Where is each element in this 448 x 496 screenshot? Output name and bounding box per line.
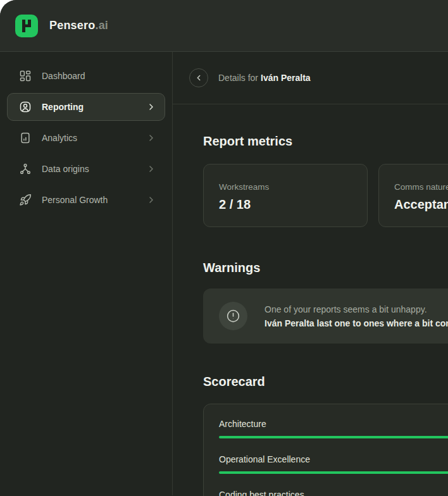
detail-title: Details forIván Peralta <box>218 73 311 83</box>
sidebar-item-reporting[interactable]: Reporting <box>7 93 165 121</box>
progress-bar-fill <box>219 471 448 474</box>
report-metrics-title: Report metrics <box>203 133 448 149</box>
metric-value: 2 / 18 <box>219 197 352 212</box>
dashboard-icon <box>19 70 32 82</box>
file-chart-icon <box>19 132 32 144</box>
chevron-right-icon <box>146 133 156 143</box>
pixel-p-logo-icon <box>15 15 38 37</box>
scorecard-row: Coding best practices <box>219 490 448 496</box>
progress-bar-fill <box>219 436 448 438</box>
rocket-icon <box>19 194 32 206</box>
sidebar-item-personal-growth[interactable]: Personal Growth <box>7 186 165 214</box>
user-icon <box>19 101 32 113</box>
metric-card-workstreams: Workstreams 2 / 18 <box>203 164 368 227</box>
app-header: Pensero.ai <box>0 0 448 52</box>
scorecard-title: Scorecard <box>203 374 448 389</box>
warning-icon-chip <box>219 302 247 330</box>
sidebar-item-label: Data origins <box>42 164 146 174</box>
progress-bar <box>219 471 448 474</box>
sidebar-item-label: Personal Growth <box>42 195 146 205</box>
sidebar-item-data-origins[interactable]: Data origins <box>7 155 165 183</box>
report-detail-panel: Report metrics Workstreams 2 / 18 Comms … <box>173 133 448 496</box>
sidebar: Dashboard Reporting <box>0 52 173 495</box>
warning-line-1: One of your reports seems a bit unhappy. <box>264 304 448 314</box>
warnings-title: Warnings <box>203 260 448 275</box>
app-window: Pensero.ai Dashboard <box>0 0 448 496</box>
main-content: Details forIván Peralta Report metrics W… <box>173 52 448 495</box>
warning-line-2: Iván Peralta last one to ones where a bi… <box>264 318 448 328</box>
scorecard-row-label: Architecture <box>219 419 448 430</box>
data-nodes-icon <box>19 163 32 175</box>
chevron-left-icon <box>194 73 203 82</box>
metric-card-comms-nature: Comms nature Acceptance <box>378 164 448 227</box>
metric-label: Comms nature <box>394 182 448 192</box>
brand-logo <box>15 15 38 37</box>
scorecard-row-label: Coding best practices <box>219 490 448 496</box>
chevron-right-icon <box>146 164 156 174</box>
scorecard-row: Operational Excellence <box>219 454 448 474</box>
sidebar-item-label: Dashboard <box>42 71 156 81</box>
metric-value: Acceptance <box>394 197 448 212</box>
progress-bar <box>219 436 448 438</box>
detail-header: Details forIván Peralta <box>173 52 448 104</box>
scorecard-card: Architecture Operational Excellence Codi… <box>203 404 448 496</box>
back-button[interactable] <box>189 68 208 87</box>
sidebar-item-analytics[interactable]: Analytics <box>7 124 165 152</box>
sidebar-item-label: Analytics <box>42 133 146 143</box>
metric-label: Workstreams <box>219 182 352 192</box>
sidebar-item-label: Reporting <box>42 102 146 112</box>
warning-text: One of your reports seems a bit unhappy.… <box>264 304 448 328</box>
brand-suffix: .ai <box>95 19 108 32</box>
chevron-right-icon <box>146 195 156 205</box>
chevron-right-icon <box>146 102 156 112</box>
brand-name: Pensero.ai <box>49 19 108 32</box>
warning-card: One of your reports seems a bit unhappy.… <box>203 288 448 344</box>
scorecard-row-label: Operational Excellence <box>219 454 448 465</box>
alert-circle-icon <box>226 309 240 323</box>
person-name: Iván Peralta <box>261 73 311 83</box>
sidebar-item-dashboard[interactable]: Dashboard <box>7 62 165 90</box>
metric-cards-row: Workstreams 2 / 18 Comms nature Acceptan… <box>203 164 448 227</box>
scorecard-row: Architecture <box>219 419 448 438</box>
